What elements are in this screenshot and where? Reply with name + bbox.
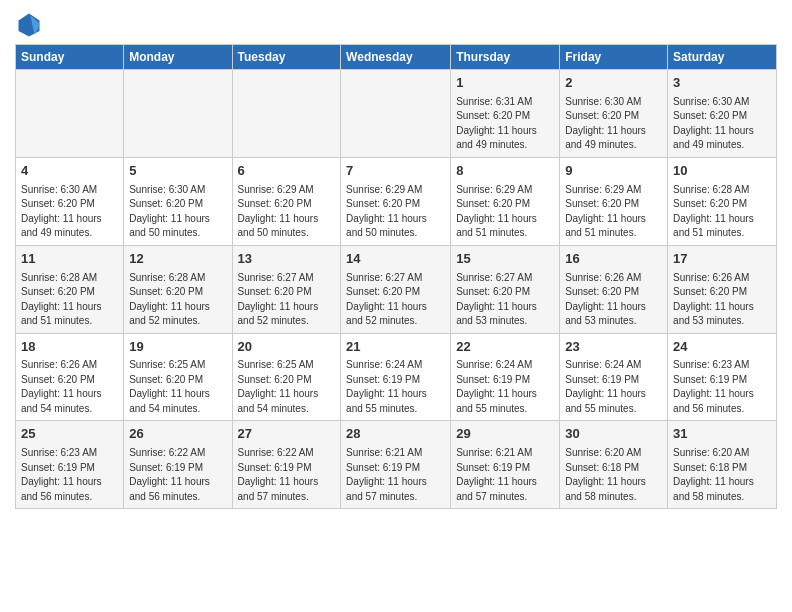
day-number: 11	[21, 250, 118, 269]
cell-week4-day4: 22Sunrise: 6:24 AM Sunset: 6:19 PM Dayli…	[451, 333, 560, 421]
week-row-5: 25Sunrise: 6:23 AM Sunset: 6:19 PM Dayli…	[16, 421, 777, 509]
day-info: Sunrise: 6:27 AM Sunset: 6:20 PM Dayligh…	[346, 271, 445, 329]
day-info: Sunrise: 6:26 AM Sunset: 6:20 PM Dayligh…	[565, 271, 662, 329]
day-number: 20	[238, 338, 336, 357]
day-number: 2	[565, 74, 662, 93]
day-number: 19	[129, 338, 226, 357]
day-number: 5	[129, 162, 226, 181]
day-info: Sunrise: 6:30 AM Sunset: 6:20 PM Dayligh…	[129, 183, 226, 241]
calendar-header-row: Sunday Monday Tuesday Wednesday Thursday…	[16, 45, 777, 70]
day-number: 15	[456, 250, 554, 269]
day-number: 27	[238, 425, 336, 444]
day-info: Sunrise: 6:28 AM Sunset: 6:20 PM Dayligh…	[21, 271, 118, 329]
cell-week5-day3: 28Sunrise: 6:21 AM Sunset: 6:19 PM Dayli…	[341, 421, 451, 509]
day-info: Sunrise: 6:21 AM Sunset: 6:19 PM Dayligh…	[346, 446, 445, 504]
day-number: 22	[456, 338, 554, 357]
day-info: Sunrise: 6:24 AM Sunset: 6:19 PM Dayligh…	[346, 358, 445, 416]
week-row-3: 11Sunrise: 6:28 AM Sunset: 6:20 PM Dayli…	[16, 245, 777, 333]
day-number: 29	[456, 425, 554, 444]
week-row-1: 1Sunrise: 6:31 AM Sunset: 6:20 PM Daylig…	[16, 70, 777, 158]
day-number: 21	[346, 338, 445, 357]
day-info: Sunrise: 6:22 AM Sunset: 6:19 PM Dayligh…	[129, 446, 226, 504]
day-info: Sunrise: 6:27 AM Sunset: 6:20 PM Dayligh…	[456, 271, 554, 329]
day-info: Sunrise: 6:24 AM Sunset: 6:19 PM Dayligh…	[565, 358, 662, 416]
calendar-body: 1Sunrise: 6:31 AM Sunset: 6:20 PM Daylig…	[16, 70, 777, 509]
logo-icon	[15, 10, 43, 38]
header-thursday: Thursday	[451, 45, 560, 70]
cell-week3-day0: 11Sunrise: 6:28 AM Sunset: 6:20 PM Dayli…	[16, 245, 124, 333]
day-info: Sunrise: 6:28 AM Sunset: 6:20 PM Dayligh…	[673, 183, 771, 241]
header-saturday: Saturday	[668, 45, 777, 70]
cell-week1-day2	[232, 70, 341, 158]
day-number: 14	[346, 250, 445, 269]
header-monday: Monday	[124, 45, 232, 70]
day-number: 13	[238, 250, 336, 269]
cell-week1-day6: 3Sunrise: 6:30 AM Sunset: 6:20 PM Daylig…	[668, 70, 777, 158]
day-number: 9	[565, 162, 662, 181]
day-info: Sunrise: 6:30 AM Sunset: 6:20 PM Dayligh…	[565, 95, 662, 153]
cell-week3-day4: 15Sunrise: 6:27 AM Sunset: 6:20 PM Dayli…	[451, 245, 560, 333]
day-number: 25	[21, 425, 118, 444]
day-number: 26	[129, 425, 226, 444]
cell-week2-day5: 9Sunrise: 6:29 AM Sunset: 6:20 PM Daylig…	[560, 157, 668, 245]
day-number: 10	[673, 162, 771, 181]
cell-week5-day6: 31Sunrise: 6:20 AM Sunset: 6:18 PM Dayli…	[668, 421, 777, 509]
header-sunday: Sunday	[16, 45, 124, 70]
day-info: Sunrise: 6:28 AM Sunset: 6:20 PM Dayligh…	[129, 271, 226, 329]
day-info: Sunrise: 6:25 AM Sunset: 6:20 PM Dayligh…	[129, 358, 226, 416]
day-number: 18	[21, 338, 118, 357]
day-info: Sunrise: 6:30 AM Sunset: 6:20 PM Dayligh…	[21, 183, 118, 241]
day-info: Sunrise: 6:21 AM Sunset: 6:19 PM Dayligh…	[456, 446, 554, 504]
day-number: 3	[673, 74, 771, 93]
day-number: 1	[456, 74, 554, 93]
cell-week4-day3: 21Sunrise: 6:24 AM Sunset: 6:19 PM Dayli…	[341, 333, 451, 421]
header	[15, 10, 777, 38]
day-number: 8	[456, 162, 554, 181]
cell-week1-day4: 1Sunrise: 6:31 AM Sunset: 6:20 PM Daylig…	[451, 70, 560, 158]
cell-week2-day6: 10Sunrise: 6:28 AM Sunset: 6:20 PM Dayli…	[668, 157, 777, 245]
cell-week1-day3	[341, 70, 451, 158]
week-row-2: 4Sunrise: 6:30 AM Sunset: 6:20 PM Daylig…	[16, 157, 777, 245]
cell-week2-day3: 7Sunrise: 6:29 AM Sunset: 6:20 PM Daylig…	[341, 157, 451, 245]
cell-week5-day2: 27Sunrise: 6:22 AM Sunset: 6:19 PM Dayli…	[232, 421, 341, 509]
day-info: Sunrise: 6:26 AM Sunset: 6:20 PM Dayligh…	[673, 271, 771, 329]
day-info: Sunrise: 6:29 AM Sunset: 6:20 PM Dayligh…	[565, 183, 662, 241]
cell-week1-day0	[16, 70, 124, 158]
cell-week1-day1	[124, 70, 232, 158]
day-info: Sunrise: 6:29 AM Sunset: 6:20 PM Dayligh…	[238, 183, 336, 241]
cell-week4-day5: 23Sunrise: 6:24 AM Sunset: 6:19 PM Dayli…	[560, 333, 668, 421]
day-info: Sunrise: 6:24 AM Sunset: 6:19 PM Dayligh…	[456, 358, 554, 416]
cell-week3-day5: 16Sunrise: 6:26 AM Sunset: 6:20 PM Dayli…	[560, 245, 668, 333]
day-info: Sunrise: 6:23 AM Sunset: 6:19 PM Dayligh…	[673, 358, 771, 416]
cell-week1-day5: 2Sunrise: 6:30 AM Sunset: 6:20 PM Daylig…	[560, 70, 668, 158]
day-info: Sunrise: 6:30 AM Sunset: 6:20 PM Dayligh…	[673, 95, 771, 153]
cell-week2-day4: 8Sunrise: 6:29 AM Sunset: 6:20 PM Daylig…	[451, 157, 560, 245]
day-info: Sunrise: 6:20 AM Sunset: 6:18 PM Dayligh…	[673, 446, 771, 504]
cell-week3-day3: 14Sunrise: 6:27 AM Sunset: 6:20 PM Dayli…	[341, 245, 451, 333]
day-info: Sunrise: 6:22 AM Sunset: 6:19 PM Dayligh…	[238, 446, 336, 504]
header-tuesday: Tuesday	[232, 45, 341, 70]
day-number: 6	[238, 162, 336, 181]
week-row-4: 18Sunrise: 6:26 AM Sunset: 6:20 PM Dayli…	[16, 333, 777, 421]
cell-week5-day1: 26Sunrise: 6:22 AM Sunset: 6:19 PM Dayli…	[124, 421, 232, 509]
cell-week2-day0: 4Sunrise: 6:30 AM Sunset: 6:20 PM Daylig…	[16, 157, 124, 245]
page-container: Sunday Monday Tuesday Wednesday Thursday…	[0, 0, 792, 519]
day-info: Sunrise: 6:25 AM Sunset: 6:20 PM Dayligh…	[238, 358, 336, 416]
day-info: Sunrise: 6:23 AM Sunset: 6:19 PM Dayligh…	[21, 446, 118, 504]
cell-week4-day2: 20Sunrise: 6:25 AM Sunset: 6:20 PM Dayli…	[232, 333, 341, 421]
day-number: 4	[21, 162, 118, 181]
cell-week4-day6: 24Sunrise: 6:23 AM Sunset: 6:19 PM Dayli…	[668, 333, 777, 421]
day-number: 16	[565, 250, 662, 269]
day-number: 24	[673, 338, 771, 357]
cell-week5-day5: 30Sunrise: 6:20 AM Sunset: 6:18 PM Dayli…	[560, 421, 668, 509]
day-info: Sunrise: 6:20 AM Sunset: 6:18 PM Dayligh…	[565, 446, 662, 504]
day-number: 31	[673, 425, 771, 444]
cell-week3-day6: 17Sunrise: 6:26 AM Sunset: 6:20 PM Dayli…	[668, 245, 777, 333]
cell-week2-day2: 6Sunrise: 6:29 AM Sunset: 6:20 PM Daylig…	[232, 157, 341, 245]
cell-week2-day1: 5Sunrise: 6:30 AM Sunset: 6:20 PM Daylig…	[124, 157, 232, 245]
day-number: 7	[346, 162, 445, 181]
day-number: 28	[346, 425, 445, 444]
day-info: Sunrise: 6:26 AM Sunset: 6:20 PM Dayligh…	[21, 358, 118, 416]
cell-week5-day4: 29Sunrise: 6:21 AM Sunset: 6:19 PM Dayli…	[451, 421, 560, 509]
day-number: 17	[673, 250, 771, 269]
